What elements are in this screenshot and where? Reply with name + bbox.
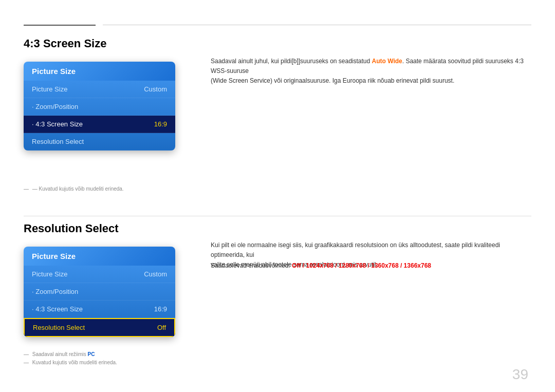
menu-item-43screen-1: · 4:3 Screen Size 16:9 — [24, 116, 175, 133]
menu-card-2: Picture Size Picture Size Custom · Zoom/… — [24, 247, 175, 337]
menu-item-picture-size-1: Picture Size Custom — [24, 81, 175, 98]
top-divider-dark — [24, 25, 96, 26]
highlight-auto-wide: Auto Wide — [372, 58, 402, 65]
section1-right-text: Saadaval ainult juhul, kui pildi[b]]suur… — [211, 57, 531, 86]
menu-item-value: Off — [157, 324, 166, 331]
section2-title: Resolution Select — [24, 222, 119, 235]
menu-card-1-body: Picture Size Custom · Zoom/Position · 4:… — [24, 81, 175, 151]
resolution-values: Off / 1024x768 / 1280x768 / 1360x768 / 1… — [292, 262, 431, 269]
menu-item-label: Resolution Select — [33, 324, 85, 331]
menu-card-2-header: Picture Size — [24, 247, 175, 266]
section-divider — [24, 216, 531, 216]
section1-title: 4:3 Screen Size — [24, 37, 106, 50]
menu-item-zoom-2: · Zoom/Position — [24, 283, 175, 301]
menu-item-label: · Zoom/Position — [32, 288, 78, 295]
menu-item-value: 16:9 — [154, 120, 167, 128]
menu-item-43screen-2: · 4:3 Screen Size 16:9 — [24, 301, 175, 318]
menu-item-resselect-1: Resolution Select — [24, 133, 175, 151]
menu-card-1: Picture Size Picture Size Custom · Zoom/… — [24, 62, 175, 151]
menu-item-value: Custom — [144, 85, 167, 93]
menu-item-label: · Zoom/Position — [32, 103, 78, 110]
menu-item-value: 16:9 — [154, 305, 167, 313]
menu-item-zoom-1: · Zoom/Position — [24, 98, 175, 116]
top-divider-light — [103, 25, 531, 25]
page-number: 39 — [512, 366, 528, 383]
menu-item-label: Picture Size — [32, 270, 67, 278]
menu-card-1-header: Picture Size — [24, 62, 175, 81]
section2-note1: — Saadaval ainult režiimis PC — [24, 351, 95, 357]
note-pc: PC — [88, 351, 95, 357]
menu-item-picture-size-2: Picture Size Custom — [24, 266, 175, 283]
menu-card-2-body: Picture Size Custom · Zoom/Position · 4:… — [24, 266, 175, 337]
menu-item-label: · 4:3 Screen Size — [32, 120, 83, 128]
menu-item-label: · 4:3 Screen Size — [32, 305, 83, 313]
menu-item-resselect-2: Resolution Select Off — [24, 318, 175, 337]
menu-item-value: Custom — [144, 270, 167, 278]
section2-note2: — Kuvatud kujutis võib mudeliti erineda. — [24, 360, 117, 365]
section1-note: — — Kuvatud kujutis võib mudeliti erined… — [24, 186, 124, 192]
menu-item-label: Picture Size — [32, 85, 67, 93]
menu-item-label: Resolution Select — [32, 138, 84, 145]
section2-right-text2: Saadaolevad eraldusvõimed: Off / 1024x76… — [211, 261, 531, 271]
